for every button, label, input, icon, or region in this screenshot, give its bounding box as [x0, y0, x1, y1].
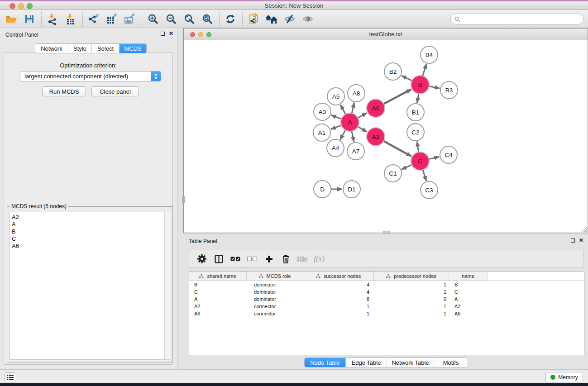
graph-edge-C-C3[interactable] — [423, 169, 426, 181]
search-field[interactable] — [450, 14, 584, 24]
delete-column-button[interactable] — [279, 252, 292, 266]
close-panel-icon[interactable]: ✕ — [169, 31, 173, 36]
list-item[interactable]: A — [10, 221, 164, 228]
tab-mcds[interactable]: MCDS — [120, 44, 146, 53]
import-network-button[interactable] — [45, 11, 60, 27]
graph-node-A8[interactable]: A8 — [348, 85, 365, 102]
graph-node-B2[interactable]: B2 — [384, 63, 402, 80]
graph-edge-B-B3[interactable] — [429, 86, 440, 89]
hide-graphics-details-button[interactable] — [282, 11, 297, 27]
graph-node-A7[interactable]: A7 — [347, 143, 364, 160]
graph-edge-B-B1[interactable] — [417, 93, 419, 103]
graph-node-A[interactable]: A — [341, 113, 359, 131]
tab-edge-table[interactable]: Edge Table — [346, 358, 387, 367]
graph-edge-C-C2[interactable] — [417, 142, 419, 152]
graph-edge-A-A3[interactable] — [331, 115, 342, 119]
column-header-predecessor-nodes[interactable]: predecessor nodes — [374, 272, 449, 281]
list-item[interactable]: A6 — [10, 243, 164, 250]
graph-node-C4[interactable]: C4 — [440, 146, 457, 163]
app-titlebar[interactable]: Session: New Session — [0, 1, 588, 10]
table-row[interactable]: Adominator80A — [189, 295, 584, 303]
graph-edge-A-A5[interactable] — [340, 105, 346, 114]
table-row[interactable]: Bdominator41B — [189, 281, 584, 288]
float-table-panel-icon[interactable] — [571, 238, 575, 243]
zoom-in-button[interactable] — [145, 11, 161, 27]
graph-edge-A-A2[interactable] — [358, 126, 367, 132]
graph-edge-A-A6[interactable] — [358, 113, 367, 118]
clone-network-button[interactable] — [246, 11, 261, 27]
vertical-scroll-nub[interactable] — [182, 196, 185, 203]
table-row[interactable]: A2connector11A2 — [189, 303, 584, 310]
horizontal-scroll-nub[interactable] — [383, 231, 390, 234]
graph-node-A3[interactable]: A3 — [314, 103, 331, 120]
graph-node-C1[interactable]: C1 — [384, 165, 402, 182]
graph-node-B1[interactable]: B1 — [407, 104, 424, 121]
home-view-button[interactable] — [264, 11, 279, 27]
tab-network[interactable]: Network — [35, 44, 68, 53]
attribute-gear-button[interactable] — [195, 252, 209, 266]
graph-node-D[interactable]: D — [314, 181, 331, 198]
show-task-history-button[interactable] — [5, 372, 16, 382]
column-header-shared-name[interactable]: shared name — [189, 272, 247, 281]
graph-edge-A2-C[interactable] — [383, 141, 411, 156]
criterion-select[interactable]: largest connected component (directed) — [20, 71, 161, 81]
export-network-button[interactable] — [86, 11, 101, 27]
graph-node-D1[interactable]: D1 — [343, 181, 360, 198]
graph-edge-A-A7[interactable] — [352, 131, 354, 142]
graph-edge-B-B4[interactable] — [423, 64, 426, 76]
export-table-button[interactable] — [104, 11, 120, 27]
float-panel-icon[interactable] — [161, 32, 165, 36]
graph-edge-A-A4[interactable] — [340, 130, 345, 140]
export-image-button[interactable] — [122, 11, 138, 27]
graph-node-A1[interactable]: A1 — [313, 124, 330, 141]
network-window-titlebar[interactable]: testGlobe.txt — [184, 29, 588, 40]
import-table-button[interactable] — [63, 11, 78, 27]
zoom-selected-button[interactable] — [200, 11, 215, 27]
run-mcds-button[interactable]: Run MCDS — [42, 86, 86, 96]
graph-node-C3[interactable]: C3 — [421, 181, 438, 199]
graph-node-B4[interactable]: B4 — [421, 46, 438, 63]
column-header-name[interactable]: name — [449, 272, 488, 281]
graph-node-A5[interactable]: A5 — [327, 88, 344, 105]
graph-node-C2[interactable]: C2 — [407, 124, 424, 141]
graph-edge-A-A1[interactable] — [331, 125, 342, 129]
graph-node-B3[interactable]: B3 — [440, 81, 458, 99]
select-all-button[interactable] — [229, 252, 242, 266]
list-item[interactable]: B — [10, 228, 164, 235]
network-canvas[interactable]: B4B2BB3A8A5A6A3B1AC2A1A2A4A7C4CC1C3DD1 — [184, 40, 588, 233]
list-item[interactable]: A2 — [10, 214, 164, 221]
select-stepper[interactable] — [151, 71, 161, 81]
column-visibility-button[interactable] — [212, 252, 225, 266]
search-input[interactable] — [460, 14, 583, 24]
result-scrollbar[interactable] — [164, 212, 170, 359]
table-row[interactable]: Cdominator41C — [189, 288, 584, 295]
graph-node-A4[interactable]: A4 — [327, 139, 344, 157]
graph-node-C[interactable]: C — [411, 152, 429, 170]
tab-style[interactable]: Style — [68, 44, 92, 53]
network-graph[interactable]: B4B2BB3A8A5A6A3B1AC2A1A2A4A7C4CC1C3DD1 — [184, 40, 588, 233]
graph-edge-C-C1[interactable] — [402, 165, 412, 170]
graph-node-B[interactable]: B — [411, 76, 429, 94]
tab-motifs[interactable]: Motifs — [434, 358, 468, 367]
tab-node-table[interactable]: Node Table — [305, 358, 346, 367]
graph-node-A6[interactable]: A6 — [367, 99, 385, 117]
graph-edge-C-C4[interactable] — [429, 157, 440, 159]
column-header-mcds-role[interactable]: MCDS role — [247, 272, 303, 281]
graph-node-A2[interactable]: A2 — [367, 128, 385, 146]
open-session-button[interactable] — [4, 11, 19, 27]
graph-edge-A-A8[interactable] — [352, 103, 354, 114]
show-graphics-details-button[interactable] — [300, 11, 316, 27]
deselect-all-button[interactable] — [245, 252, 259, 266]
list-item[interactable]: C — [10, 235, 164, 243]
zoom-out-button[interactable] — [163, 11, 179, 27]
graph-edge-A6-B[interactable] — [383, 89, 411, 104]
zoom-fit-button[interactable] — [182, 11, 197, 27]
refresh-button[interactable] — [223, 11, 238, 27]
close-table-panel-icon[interactable]: ✕ — [579, 238, 583, 243]
add-column-button[interactable] — [262, 252, 276, 266]
memory-button[interactable]: Memory — [545, 372, 583, 382]
tab-select[interactable]: Select — [92, 44, 120, 53]
tab-network-table[interactable]: Network Table — [387, 358, 434, 367]
save-session-button[interactable] — [22, 11, 37, 27]
table-row[interactable]: A6connector11A6 — [189, 310, 584, 317]
